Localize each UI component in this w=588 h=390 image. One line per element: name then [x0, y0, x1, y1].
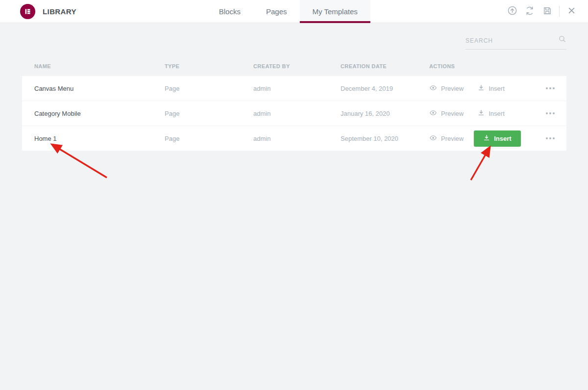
floppy-disk-icon [542, 6, 552, 17]
table-row: Home 1 Page admin September 10, 2020 Pre… [22, 126, 566, 151]
template-creation-date: January 16, 2020 [341, 110, 429, 117]
template-name: Category Mobile [22, 110, 165, 117]
preview-button[interactable]: Preview [429, 134, 464, 143]
template-type: Page [165, 85, 253, 92]
sync-library-button[interactable] [521, 2, 539, 20]
download-icon [478, 109, 485, 118]
search-box [466, 36, 566, 50]
download-icon [478, 84, 485, 93]
table-header-row: Name Type Created By Creation Date Actio… [22, 56, 566, 76]
more-actions-button[interactable] [545, 134, 556, 142]
ellipsis-icon [546, 87, 548, 89]
page-title: LIBRARY [43, 7, 76, 16]
close-icon [567, 6, 576, 16]
library-content: Name Type Created By Creation Date Actio… [0, 23, 588, 151]
elementor-logo-icon [20, 4, 35, 19]
ellipsis-icon [546, 137, 548, 139]
insert-button[interactable]: Insert [478, 84, 505, 93]
template-type: Page [165, 135, 253, 142]
template-name: Canvas Menu [22, 85, 165, 92]
import-template-button[interactable] [503, 2, 521, 20]
template-name: Home 1 [22, 135, 165, 142]
save-template-button[interactable] [539, 2, 556, 20]
template-created-by: admin [253, 135, 341, 142]
eye-icon [429, 109, 437, 118]
arrow-up-circle-icon [507, 5, 517, 17]
brand: LIBRARY [0, 4, 76, 19]
library-tabs: Blocks Pages My Templates [206, 0, 370, 23]
toolbar-divider [559, 6, 560, 17]
template-created-by: admin [253, 110, 341, 117]
sync-icon [525, 6, 535, 17]
more-actions-button[interactable] [545, 109, 556, 117]
table-body: Canvas Menu Page admin December 4, 2019 … [22, 76, 566, 151]
search-input[interactable] [466, 37, 566, 44]
preview-button[interactable]: Preview [429, 84, 464, 93]
eye-icon [429, 134, 437, 143]
template-created-by: admin [253, 85, 341, 92]
preview-button[interactable]: Preview [429, 109, 464, 118]
template-creation-date: December 4, 2019 [341, 85, 429, 92]
template-creation-date: September 10, 2020 [341, 135, 429, 142]
close-library-button[interactable] [563, 2, 580, 20]
column-header-name: Name [22, 63, 165, 69]
header-toolbar [503, 2, 588, 20]
magnifier-icon [558, 35, 566, 45]
eye-icon [429, 84, 437, 93]
table-row: Category Mobile Page admin January 16, 2… [22, 101, 566, 126]
ellipsis-icon [546, 112, 548, 114]
annotation-arrow-insert [471, 148, 490, 180]
column-header-created-by: Created By [253, 63, 341, 69]
insert-button[interactable]: Insert [478, 109, 505, 118]
template-type: Page [165, 110, 253, 117]
insert-button[interactable]: Insert [474, 130, 520, 147]
tab-my-templates[interactable]: My Templates [300, 0, 370, 23]
templates-table: Name Type Created By Creation Date Actio… [22, 56, 566, 151]
column-header-actions: Actions [429, 63, 566, 69]
download-icon [483, 134, 490, 143]
more-actions-button[interactable] [545, 84, 556, 92]
table-row: Canvas Menu Page admin December 4, 2019 … [22, 76, 566, 101]
column-header-creation-date: Creation Date [341, 63, 429, 69]
tab-pages[interactable]: Pages [253, 0, 300, 23]
library-header: LIBRARY Blocks Pages My Templates [0, 0, 588, 23]
column-header-type: Type [165, 63, 253, 69]
tab-blocks[interactable]: Blocks [206, 0, 253, 23]
